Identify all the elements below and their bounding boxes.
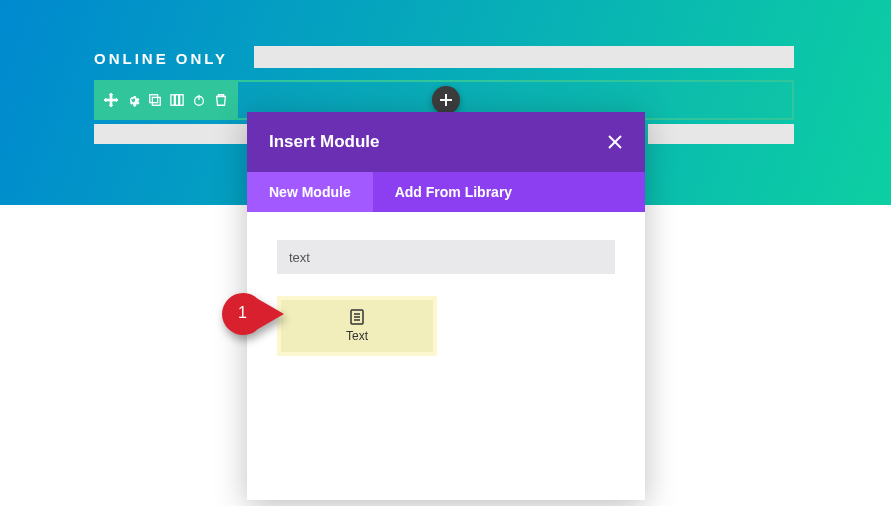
svg-rect-0 [150, 95, 158, 103]
modal-body: Text [247, 212, 645, 384]
module-tile-text[interactable]: Text [277, 296, 437, 356]
add-module-handle[interactable] [432, 86, 460, 114]
annotation-pointer [222, 293, 284, 335]
modal-title: Insert Module [269, 132, 380, 152]
settings-icon[interactable] [122, 80, 144, 120]
section-label: ONLINE ONLY [94, 50, 228, 67]
module-tile-label: Text [346, 329, 368, 343]
svg-rect-3 [175, 95, 179, 106]
row-toolbar [94, 80, 238, 120]
svg-rect-1 [152, 97, 160, 105]
move-icon[interactable] [100, 80, 122, 120]
duplicate-icon[interactable] [144, 80, 166, 120]
columns-icon[interactable] [166, 80, 188, 120]
modal-tabs: New Module Add From Library [247, 172, 645, 212]
annotation-step-number: 1 [238, 304, 247, 322]
tab-add-from-library[interactable]: Add From Library [373, 172, 534, 212]
placeholder-bar [648, 124, 794, 144]
module-search-input[interactable] [277, 240, 615, 274]
tab-new-module[interactable]: New Module [247, 172, 373, 212]
placeholder-bar [94, 124, 247, 144]
delete-icon[interactable] [210, 80, 232, 120]
close-icon[interactable] [607, 134, 623, 150]
text-module-icon [349, 309, 365, 325]
page-root: ONLINE ONLY [0, 0, 891, 506]
placeholder-bar [254, 46, 794, 68]
power-icon[interactable] [188, 80, 210, 120]
insert-module-modal: Insert Module New Module Add From Librar… [247, 112, 645, 500]
module-grid: Text [277, 296, 615, 356]
modal-header: Insert Module [247, 112, 645, 172]
svg-rect-2 [171, 95, 175, 106]
svg-rect-4 [180, 95, 184, 106]
